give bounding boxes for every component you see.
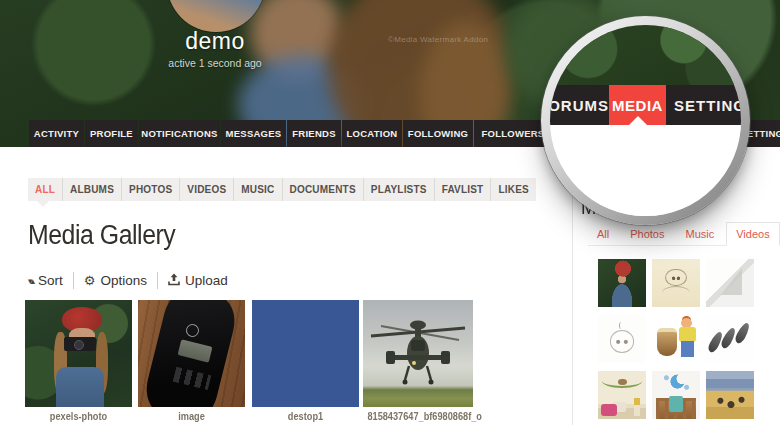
tab-playlists[interactable]: PLAYLISTS (364, 178, 435, 201)
thumb-detail (733, 321, 751, 345)
options-label: Options (100, 273, 147, 288)
nav-item-notifications[interactable]: NOTIFICATIONS (139, 120, 220, 147)
media-item-pexels-photo[interactable] (25, 300, 132, 407)
upload-label: Upload (185, 273, 228, 288)
thumb-detail (665, 269, 686, 286)
sidebar-thumb-baby-sketch[interactable] (598, 315, 646, 363)
sidebar-thumb-savanna-field[interactable] (706, 371, 754, 419)
thumb-detail (56, 367, 104, 407)
tab-likes[interactable]: LIKES (491, 178, 535, 201)
thumb-detail (601, 404, 617, 416)
media-item-image[interactable] (138, 300, 245, 407)
sidebar-border (572, 186, 573, 425)
thumb-detail (634, 398, 640, 416)
tab-music[interactable]: MUSIC (234, 178, 282, 201)
thumb-detail (610, 330, 635, 353)
tab-documents[interactable]: DOCUMENTS (283, 178, 364, 201)
media-caption: pexels-photo (29, 411, 127, 422)
thumb-detail (720, 268, 742, 296)
magnified-navbar: FORUMS MEDIA SETTINGS (550, 85, 741, 125)
sidebar-thumb-crib-moon[interactable] (652, 371, 700, 419)
magnified-active-notch (629, 116, 647, 125)
sidebar-thumb-feathers-sketch[interactable] (706, 315, 754, 363)
watermark-text: ©Media Watermark Addon (388, 35, 488, 44)
thumb-detail (657, 328, 677, 356)
sidebar-thumb-paper-plane-sketch[interactable] (706, 259, 754, 307)
media-caption: destop1 (256, 411, 354, 422)
username: demo (115, 28, 315, 55)
sidebar-thumb-nursery-room[interactable] (598, 371, 646, 419)
options-button[interactable]: ⚙ Options (84, 273, 147, 288)
upload-tray-icon (168, 273, 180, 289)
tab-albums[interactable]: ALBUMS (63, 178, 122, 201)
magnifier-glass: FORUMS MEDIA SETTINGS (541, 16, 750, 225)
magnifier-lens-content: FORUMS MEDIA SETTINGS (550, 25, 741, 216)
sidebar-thumb-boy-with-drum[interactable] (652, 315, 700, 363)
thumb-detail (679, 327, 696, 341)
nav-item-profile[interactable]: PROFILE (85, 120, 138, 147)
nav-item-activity[interactable]: ACTIVITY (29, 120, 84, 147)
gallery-toolbar: ▾▴ Sort ⚙ Options Upload (28, 272, 228, 289)
nav-item-messages[interactable]: MESSAGES (221, 120, 286, 147)
thumb-detail (74, 340, 84, 350)
sidebar-media-tabs: All Photos Music Videos (588, 222, 780, 246)
magnified-media-tab: MEDIA (609, 85, 666, 125)
sidebar-tab-all[interactable]: All (588, 222, 618, 245)
sidebar-thumb-woman-red-beanie[interactable] (598, 259, 646, 307)
media-item-helicopter[interactable] (363, 300, 473, 407)
profile-media-page: ©Media Watermark Addon demo active 1 sec… (0, 0, 780, 425)
thumb-detail (681, 341, 694, 357)
tab-videos[interactable]: VIDEOS (180, 178, 234, 201)
active-tab-notch (37, 201, 49, 207)
gear-icon: ⚙ (84, 274, 96, 287)
sidebar-tab-music[interactable]: Music (676, 222, 723, 245)
magnified-settings-tab: SETTINGS (674, 85, 741, 125)
toolbar-divider (157, 272, 158, 289)
nav-item-following[interactable]: FOLLOWING (403, 120, 473, 147)
sidebar-thumbnail-grid (598, 259, 754, 419)
magnified-forums-tab: FORUMS (550, 85, 609, 125)
sidebar-thumb-girl-sketch[interactable] (652, 259, 700, 307)
media-item-destop1[interactable] (252, 300, 359, 407)
sort-label: Sort (38, 273, 63, 288)
media-caption: image (142, 411, 240, 422)
magnified-page-background (550, 125, 741, 216)
sort-arrows-icon: ▾▴ (28, 276, 33, 286)
page-title: Media Gallery (28, 220, 175, 251)
magnified-media-label: MEDIA (612, 97, 663, 114)
tab-favlist[interactable]: FAVLIST (435, 178, 492, 201)
toolbar-divider (73, 272, 74, 289)
activity-status: active 1 second ago (115, 57, 315, 69)
thumb-detail (662, 286, 691, 300)
tab-all[interactable]: ALL (28, 178, 63, 201)
tab-photos[interactable]: PHOTOS (122, 178, 180, 201)
nav-item-location[interactable]: LOCATION (342, 120, 402, 147)
media-type-tabs: ALL ALBUMS PHOTOS VIDEOS MUSIC DOCUMENTS… (28, 178, 536, 201)
sidebar-tab-photos[interactable]: Photos (621, 222, 673, 245)
sidebar-tab-videos[interactable]: Videos (726, 222, 779, 246)
upload-button[interactable]: Upload (168, 273, 228, 289)
thumb-detail (669, 396, 682, 412)
sort-button[interactable]: ▾▴ Sort (28, 273, 63, 288)
nav-item-friends[interactable]: FRIENDS (287, 120, 341, 147)
helicopter-graphic (363, 300, 473, 407)
thumb-detail (619, 322, 625, 330)
media-caption: 8158437647_bf6980868f_o (367, 411, 468, 422)
thumb-detail (618, 379, 627, 386)
